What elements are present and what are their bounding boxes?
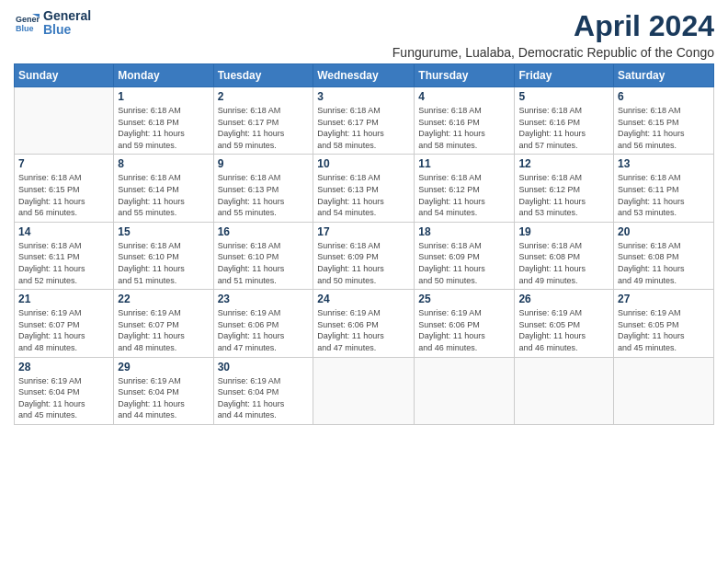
day-info: Sunrise: 6:18 AM Sunset: 6:16 PM Dayligh… (518, 105, 609, 151)
calendar-week-4: 21Sunrise: 6:19 AM Sunset: 6:07 PM Dayli… (15, 290, 714, 357)
day-number: 11 (418, 157, 510, 170)
calendar-day: 28Sunrise: 6:19 AM Sunset: 6:04 PM Dayli… (15, 357, 114, 424)
day-info: Sunrise: 6:19 AM Sunset: 6:06 PM Dayligh… (317, 307, 410, 353)
calendar-day: 4Sunrise: 6:18 AM Sunset: 6:16 PM Daylig… (415, 87, 515, 155)
day-info: Sunrise: 6:18 AM Sunset: 6:11 PM Dayligh… (18, 240, 109, 286)
calendar-day: 10Sunrise: 6:18 AM Sunset: 6:13 PM Dayli… (313, 155, 415, 222)
calendar-header-row: SundayMondayTuesdayWednesdayThursdayFrid… (15, 64, 714, 87)
day-info: Sunrise: 6:18 AM Sunset: 6:09 PM Dayligh… (317, 240, 410, 286)
calendar-week-5: 28Sunrise: 6:19 AM Sunset: 6:04 PM Dayli… (15, 357, 714, 424)
day-number: 21 (18, 293, 109, 305)
calendar-day: 24Sunrise: 6:19 AM Sunset: 6:06 PM Dayli… (313, 290, 415, 357)
calendar-day: 1Sunrise: 6:18 AM Sunset: 6:18 PM Daylig… (114, 87, 213, 155)
svg-text:General: General (16, 15, 40, 24)
logo-blue: Blue (43, 23, 91, 37)
calendar-day: 9Sunrise: 6:18 AM Sunset: 6:13 PM Daylig… (213, 155, 313, 222)
calendar-day: 19Sunrise: 6:18 AM Sunset: 6:08 PM Dayli… (515, 222, 614, 289)
calendar-day: 8Sunrise: 6:18 AM Sunset: 6:14 PM Daylig… (114, 155, 213, 222)
day-number: 1 (118, 90, 209, 103)
day-info: Sunrise: 6:19 AM Sunset: 6:05 PM Dayligh… (518, 307, 609, 353)
logo-icon: General Blue (14, 10, 40, 36)
calendar-day: 20Sunrise: 6:18 AM Sunset: 6:08 PM Dayli… (614, 222, 714, 289)
calendar-day (614, 357, 714, 424)
day-number: 9 (218, 157, 310, 170)
day-number: 15 (118, 225, 209, 238)
header: General Blue General Blue April 2024 Fun… (14, 9, 714, 60)
day-info: Sunrise: 6:18 AM Sunset: 6:17 PM Dayligh… (317, 105, 410, 151)
day-number: 12 (518, 157, 609, 170)
day-number: 6 (618, 90, 710, 103)
calendar-header-saturday: Saturday (614, 64, 714, 87)
day-info: Sunrise: 6:19 AM Sunset: 6:06 PM Dayligh… (218, 307, 310, 353)
calendar-day: 13Sunrise: 6:18 AM Sunset: 6:11 PM Dayli… (614, 155, 714, 222)
day-number: 23 (218, 293, 310, 305)
day-info: Sunrise: 6:18 AM Sunset: 6:09 PM Dayligh… (418, 240, 510, 286)
day-info: Sunrise: 6:18 AM Sunset: 6:16 PM Dayligh… (418, 105, 510, 151)
day-number: 3 (317, 90, 410, 103)
calendar-day: 3Sunrise: 6:18 AM Sunset: 6:17 PM Daylig… (313, 87, 415, 155)
logo: General Blue General Blue (14, 9, 91, 38)
day-number: 24 (317, 293, 410, 305)
day-info: Sunrise: 6:18 AM Sunset: 6:12 PM Dayligh… (518, 172, 609, 218)
day-info: Sunrise: 6:18 AM Sunset: 6:12 PM Dayligh… (418, 172, 510, 218)
day-number: 2 (218, 90, 310, 103)
day-info: Sunrise: 6:18 AM Sunset: 6:08 PM Dayligh… (518, 240, 609, 286)
day-number: 5 (518, 90, 609, 103)
day-info: Sunrise: 6:19 AM Sunset: 6:06 PM Dayligh… (418, 307, 510, 353)
day-info: Sunrise: 6:18 AM Sunset: 6:10 PM Dayligh… (118, 240, 209, 286)
calendar-day: 12Sunrise: 6:18 AM Sunset: 6:12 PM Dayli… (515, 155, 614, 222)
calendar-header-monday: Monday (114, 64, 213, 87)
day-number: 7 (18, 157, 109, 170)
day-number: 22 (118, 293, 209, 305)
calendar-week-3: 14Sunrise: 6:18 AM Sunset: 6:11 PM Dayli… (15, 222, 714, 289)
calendar-day (15, 87, 114, 155)
day-number: 26 (518, 293, 609, 305)
calendar-day: 5Sunrise: 6:18 AM Sunset: 6:16 PM Daylig… (515, 87, 614, 155)
day-info: Sunrise: 6:18 AM Sunset: 6:15 PM Dayligh… (618, 105, 710, 151)
calendar-day: 6Sunrise: 6:18 AM Sunset: 6:15 PM Daylig… (614, 87, 714, 155)
day-number: 10 (317, 157, 410, 170)
calendar-day: 7Sunrise: 6:18 AM Sunset: 6:15 PM Daylig… (15, 155, 114, 222)
day-info: Sunrise: 6:19 AM Sunset: 6:04 PM Dayligh… (118, 375, 209, 421)
calendar-day: 15Sunrise: 6:18 AM Sunset: 6:10 PM Dayli… (114, 222, 213, 289)
calendar-day: 25Sunrise: 6:19 AM Sunset: 6:06 PM Dayli… (415, 290, 515, 357)
calendar-day: 27Sunrise: 6:19 AM Sunset: 6:05 PM Dayli… (614, 290, 714, 357)
day-number: 17 (317, 225, 410, 238)
day-info: Sunrise: 6:18 AM Sunset: 6:10 PM Dayligh… (218, 240, 310, 286)
day-number: 29 (118, 361, 209, 373)
day-info: Sunrise: 6:19 AM Sunset: 6:07 PM Dayligh… (118, 307, 209, 353)
page: General Blue General Blue April 2024 Fun… (0, 0, 728, 563)
calendar-day: 26Sunrise: 6:19 AM Sunset: 6:05 PM Dayli… (515, 290, 614, 357)
title-block: April 2024 Fungurume, Lualaba, Democrati… (392, 9, 714, 60)
day-number: 14 (18, 225, 109, 238)
day-number: 8 (118, 157, 209, 170)
calendar-day: 16Sunrise: 6:18 AM Sunset: 6:10 PM Dayli… (213, 222, 313, 289)
day-number: 13 (618, 157, 710, 170)
day-number: 4 (418, 90, 510, 103)
day-info: Sunrise: 6:19 AM Sunset: 6:04 PM Dayligh… (218, 375, 310, 421)
calendar-day (415, 357, 515, 424)
day-number: 28 (18, 361, 109, 373)
day-info: Sunrise: 6:18 AM Sunset: 6:08 PM Dayligh… (618, 240, 710, 286)
day-info: Sunrise: 6:18 AM Sunset: 6:14 PM Dayligh… (118, 172, 209, 218)
day-info: Sunrise: 6:19 AM Sunset: 6:07 PM Dayligh… (18, 307, 109, 353)
calendar-day (515, 357, 614, 424)
calendar: SundayMondayTuesdayWednesdayThursdayFrid… (14, 63, 714, 425)
main-title: April 2024 (392, 9, 714, 43)
calendar-header-tuesday: Tuesday (213, 64, 313, 87)
day-info: Sunrise: 6:18 AM Sunset: 6:13 PM Dayligh… (317, 172, 410, 218)
calendar-header-friday: Friday (515, 64, 614, 87)
calendar-week-1: 1Sunrise: 6:18 AM Sunset: 6:18 PM Daylig… (15, 87, 714, 155)
day-number: 18 (418, 225, 510, 238)
calendar-day: 22Sunrise: 6:19 AM Sunset: 6:07 PM Dayli… (114, 290, 213, 357)
logo-general: General (43, 9, 91, 23)
calendar-day (313, 357, 415, 424)
calendar-day: 14Sunrise: 6:18 AM Sunset: 6:11 PM Dayli… (15, 222, 114, 289)
calendar-header-thursday: Thursday (415, 64, 515, 87)
day-number: 16 (218, 225, 310, 238)
day-number: 19 (518, 225, 609, 238)
calendar-day: 2Sunrise: 6:18 AM Sunset: 6:17 PM Daylig… (213, 87, 313, 155)
calendar-day: 11Sunrise: 6:18 AM Sunset: 6:12 PM Dayli… (415, 155, 515, 222)
svg-text:Blue: Blue (16, 24, 34, 33)
day-number: 27 (618, 293, 710, 305)
